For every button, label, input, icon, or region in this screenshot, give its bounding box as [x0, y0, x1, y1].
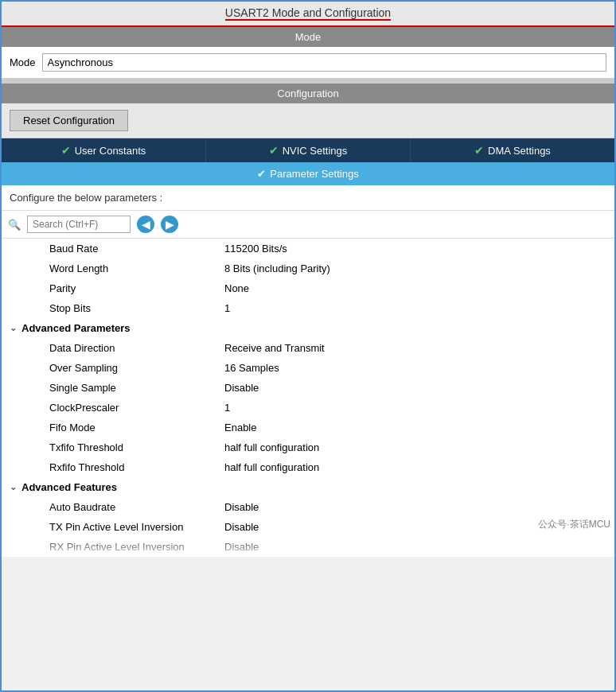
tab-dma-label: DMA Settings: [488, 145, 551, 157]
mode-label: Mode: [10, 56, 36, 68]
param-name-stop-bits: Stop Bits: [2, 302, 224, 314]
reset-area: Reset Configuration: [2, 103, 614, 138]
param-name-single-sample: Single Sample: [2, 382, 224, 394]
param-row-word-length: Word Length 8 Bits (including Parity): [2, 259, 614, 278]
advanced-features-group[interactable]: ⌄ Advanced Features: [2, 477, 614, 497]
params-container: Baud Rate 115200 Bits/s Word Length 8 Bi…: [2, 239, 614, 557]
param-value-txfifo-threshold: half full configuration: [224, 441, 614, 453]
watermark-text: 公众号·茶话MCU: [538, 518, 610, 531]
tab-user-constants[interactable]: ✔ User Constants: [2, 138, 206, 162]
param-value-over-sampling: 16 Samples: [224, 362, 614, 374]
mode-row: Mode: [2, 47, 614, 79]
param-name-tx-pin: TX Pin Active Level Inversion: [2, 521, 224, 533]
tab-user-constants-label: User Constants: [75, 145, 146, 157]
tab-nvic-label: NVIC Settings: [283, 145, 348, 157]
next-nav-button[interactable]: ▶: [161, 216, 178, 233]
param-name-data-direction: Data Direction: [2, 342, 224, 354]
search-bar: 🔍 ◀ ▶: [2, 211, 614, 239]
nvic-check-icon: ✔: [269, 144, 279, 157]
param-row-over-sampling: Over Sampling 16 Samples: [2, 358, 614, 378]
param-value-parity: None: [224, 282, 614, 294]
param-name-auto-baudrate: Auto Baudrate: [2, 501, 224, 513]
param-row-parity: Parity None: [2, 278, 614, 298]
advanced-features-chevron: ⌄: [10, 482, 17, 492]
param-value-rx-pin: Disable: [224, 541, 614, 553]
tab-dma-settings[interactable]: ✔ DMA Settings: [411, 138, 614, 162]
param-row-rxfifo-threshold: Rxfifo Threshold half full configuration: [2, 457, 614, 477]
advanced-parameters-label: Advanced Parameters: [21, 322, 131, 334]
dma-check-icon: ✔: [474, 144, 484, 157]
mode-input[interactable]: [42, 53, 606, 72]
param-value-word-length: 8 Bits (including Parity): [224, 262, 614, 274]
param-row-tx-pin: TX Pin Active Level Inversion Disable 公众…: [2, 517, 614, 537]
param-name-word-length: Word Length: [2, 262, 224, 274]
param-row-baud-rate: Baud Rate 115200 Bits/s: [2, 239, 614, 259]
params-area: Baud Rate 115200 Bits/s Word Length 8 Bi…: [2, 239, 614, 557]
param-value-single-sample: Disable: [224, 382, 614, 394]
param-value-data-direction: Receive and Transmit: [224, 342, 614, 354]
param-name-baud-rate: Baud Rate: [2, 243, 224, 255]
mode-section-header: Mode: [2, 27, 614, 47]
param-name-over-sampling: Over Sampling: [2, 362, 224, 374]
prev-nav-button[interactable]: ◀: [137, 216, 154, 233]
reset-configuration-button[interactable]: Reset Configuration: [10, 110, 128, 131]
param-value-baud-rate: 115200 Bits/s: [224, 243, 614, 255]
param-value-rxfifo-threshold: half full configuration: [224, 461, 614, 473]
search-input[interactable]: [27, 216, 131, 233]
param-row-fifo-mode: Fifo Mode Enable: [2, 418, 614, 437]
param-name-parity: Parity: [2, 282, 224, 294]
param-value-fifo-mode: Enable: [224, 422, 614, 433]
param-row-single-sample: Single Sample Disable: [2, 378, 614, 398]
param-name-rxfifo-threshold: Rxfifo Threshold: [2, 461, 224, 473]
advanced-params-chevron: ⌄: [10, 323, 17, 333]
param-value-tx-pin: Disable 公众号·茶话MCU: [224, 521, 614, 533]
param-value-auto-baudrate: Disable: [224, 501, 614, 513]
advanced-parameters-group[interactable]: ⌄ Advanced Parameters: [2, 318, 614, 338]
param-row-rx-pin: RX Pin Active Level Inversion Disable: [2, 537, 614, 557]
param-row-auto-baudrate: Auto Baudrate Disable: [2, 497, 614, 517]
param-name-clockprescaler: ClockPrescaler: [2, 402, 224, 414]
configure-label: Configure the below parameters :: [2, 185, 614, 211]
user-constants-check-icon: ✔: [61, 144, 71, 157]
config-section-header: Configuration: [2, 84, 614, 103]
param-row-data-direction: Data Direction Receive and Transmit: [2, 338, 614, 358]
param-row-clockprescaler: ClockPrescaler 1: [2, 398, 614, 418]
param-row-stop-bits: Stop Bits 1: [2, 298, 614, 318]
search-icon: 🔍: [8, 219, 21, 231]
tab-bar: ✔ User Constants ✔ NVIC Settings ✔ DMA S…: [2, 138, 614, 162]
advanced-features-label: Advanced Features: [21, 481, 117, 493]
tab-nvic-settings[interactable]: ✔ NVIC Settings: [206, 138, 411, 162]
param-name-fifo-mode: Fifo Mode: [2, 422, 224, 433]
param-check-icon: ✔: [257, 168, 266, 180]
param-value-stop-bits: 1: [224, 302, 614, 314]
param-name-txfifo-threshold: Txfifo Threshold: [2, 441, 224, 453]
tab-parameter-label: Parameter Settings: [270, 168, 358, 180]
title-bar: USART2 Mode and Configuration: [2, 2, 614, 27]
param-row-txfifo-threshold: Txfifo Threshold half full configuration: [2, 437, 614, 457]
param-value-clockprescaler: 1: [224, 402, 614, 414]
param-name-rx-pin: RX Pin Active Level Inversion: [2, 541, 224, 553]
tab-parameter-settings[interactable]: ✔ Parameter Settings: [2, 162, 614, 185]
page-title: USART2 Mode and Configuration: [225, 6, 391, 21]
